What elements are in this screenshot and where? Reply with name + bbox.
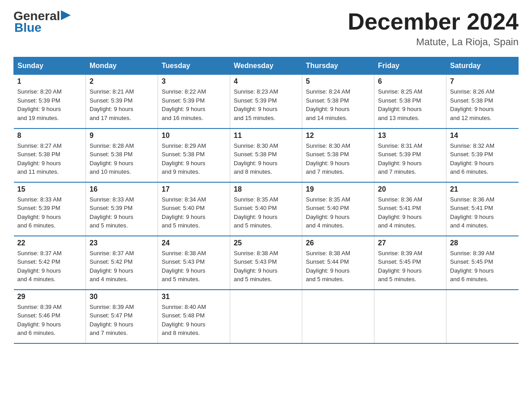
- calendar-cell: 1Sunrise: 8:20 AM Sunset: 5:39 PM Daylig…: [14, 75, 86, 128]
- logo-arrow-icon: [61, 10, 71, 20]
- calendar-cell: 29Sunrise: 8:39 AM Sunset: 5:46 PM Dayli…: [14, 290, 86, 343]
- calendar-cell: 9Sunrise: 8:28 AM Sunset: 5:38 PM Daylig…: [86, 128, 158, 182]
- day-number: 24: [162, 239, 226, 247]
- page-title: December 2024: [348, 9, 519, 34]
- calendar-cell: [230, 290, 302, 343]
- calendar-cell: 19Sunrise: 8:35 AM Sunset: 5:40 PM Dayli…: [302, 182, 374, 236]
- day-info: Sunrise: 8:37 AM Sunset: 5:42 PM Dayligh…: [90, 249, 154, 284]
- day-info: Sunrise: 8:27 AM Sunset: 5:38 PM Dayligh…: [17, 141, 82, 176]
- day-info: Sunrise: 8:29 AM Sunset: 5:38 PM Dayligh…: [162, 141, 226, 176]
- day-info: Sunrise: 8:38 AM Sunset: 5:43 PM Dayligh…: [162, 249, 226, 284]
- day-number: 19: [306, 185, 370, 193]
- day-info: Sunrise: 8:34 AM Sunset: 5:40 PM Dayligh…: [162, 195, 226, 230]
- day-info: Sunrise: 8:35 AM Sunset: 5:40 PM Dayligh…: [306, 195, 370, 230]
- day-info: Sunrise: 8:31 AM Sunset: 5:39 PM Dayligh…: [378, 141, 442, 176]
- day-number: 25: [234, 239, 298, 247]
- calendar-week-row: 8Sunrise: 8:27 AM Sunset: 5:38 PM Daylig…: [14, 128, 519, 182]
- day-info: Sunrise: 8:40 AM Sunset: 5:48 PM Dayligh…: [162, 303, 226, 338]
- day-number: 11: [234, 132, 298, 140]
- day-number: 7: [450, 77, 515, 86]
- day-number: 20: [378, 185, 442, 193]
- day-info: Sunrise: 8:33 AM Sunset: 5:39 PM Dayligh…: [17, 195, 82, 230]
- calendar-cell: 14Sunrise: 8:32 AM Sunset: 5:39 PM Dayli…: [446, 128, 519, 182]
- day-number: 27: [378, 239, 442, 247]
- day-info: Sunrise: 8:38 AM Sunset: 5:44 PM Dayligh…: [306, 249, 370, 284]
- calendar-header-monday: Monday: [86, 57, 158, 75]
- day-number: 9: [90, 132, 154, 140]
- day-number: 17: [162, 185, 226, 193]
- calendar-header-saturday: Saturday: [446, 57, 519, 75]
- day-info: Sunrise: 8:39 AM Sunset: 5:45 PM Dayligh…: [378, 249, 442, 284]
- day-number: 2: [90, 77, 154, 86]
- calendar-cell: 7Sunrise: 8:26 AM Sunset: 5:38 PM Daylig…: [446, 75, 519, 128]
- day-info: Sunrise: 8:36 AM Sunset: 5:41 PM Dayligh…: [450, 195, 515, 230]
- calendar-cell: 11Sunrise: 8:30 AM Sunset: 5:38 PM Dayli…: [230, 128, 302, 182]
- day-number: 26: [306, 239, 370, 247]
- calendar-cell: 12Sunrise: 8:30 AM Sunset: 5:38 PM Dayli…: [302, 128, 374, 182]
- calendar-cell: 27Sunrise: 8:39 AM Sunset: 5:45 PM Dayli…: [374, 236, 446, 290]
- day-number: 13: [378, 132, 442, 140]
- day-number: 6: [378, 77, 442, 86]
- calendar-cell: 15Sunrise: 8:33 AM Sunset: 5:39 PM Dayli…: [14, 182, 86, 236]
- day-number: 28: [450, 239, 515, 247]
- page-header: General Blue December 2024 Matute, La Ri…: [13, 9, 519, 48]
- calendar-cell: 18Sunrise: 8:35 AM Sunset: 5:40 PM Dayli…: [230, 182, 302, 236]
- day-info: Sunrise: 8:25 AM Sunset: 5:38 PM Dayligh…: [378, 87, 442, 122]
- calendar-header-tuesday: Tuesday: [158, 57, 230, 75]
- day-info: Sunrise: 8:30 AM Sunset: 5:38 PM Dayligh…: [234, 141, 298, 176]
- day-info: Sunrise: 8:39 AM Sunset: 5:46 PM Dayligh…: [17, 303, 82, 338]
- day-number: 30: [90, 293, 154, 301]
- calendar-cell: 25Sunrise: 8:38 AM Sunset: 5:43 PM Dayli…: [230, 236, 302, 290]
- calendar-header-row: SundayMondayTuesdayWednesdayThursdayFrid…: [14, 57, 519, 75]
- day-info: Sunrise: 8:28 AM Sunset: 5:38 PM Dayligh…: [90, 141, 154, 176]
- day-info: Sunrise: 8:30 AM Sunset: 5:38 PM Dayligh…: [306, 141, 370, 176]
- day-info: Sunrise: 8:32 AM Sunset: 5:39 PM Dayligh…: [450, 141, 515, 176]
- day-info: Sunrise: 8:20 AM Sunset: 5:39 PM Dayligh…: [17, 87, 82, 122]
- calendar-week-row: 1Sunrise: 8:20 AM Sunset: 5:39 PM Daylig…: [14, 75, 519, 128]
- day-info: Sunrise: 8:24 AM Sunset: 5:38 PM Dayligh…: [306, 87, 370, 122]
- calendar-week-row: 15Sunrise: 8:33 AM Sunset: 5:39 PM Dayli…: [14, 182, 519, 236]
- calendar-cell: 23Sunrise: 8:37 AM Sunset: 5:42 PM Dayli…: [86, 236, 158, 290]
- calendar-cell: 20Sunrise: 8:36 AM Sunset: 5:41 PM Dayli…: [374, 182, 446, 236]
- day-number: 16: [90, 185, 154, 193]
- calendar-cell: 8Sunrise: 8:27 AM Sunset: 5:38 PM Daylig…: [14, 128, 86, 182]
- logo-blue-text: Blue: [14, 21, 42, 34]
- calendar-cell: [374, 290, 446, 343]
- day-info: Sunrise: 8:39 AM Sunset: 5:45 PM Dayligh…: [450, 249, 515, 284]
- day-number: 22: [17, 239, 82, 247]
- day-info: Sunrise: 8:38 AM Sunset: 5:43 PM Dayligh…: [234, 249, 298, 284]
- location-label: Matute, La Rioja, Spain: [348, 36, 519, 48]
- day-info: Sunrise: 8:37 AM Sunset: 5:42 PM Dayligh…: [17, 249, 82, 284]
- day-number: 10: [162, 132, 226, 140]
- logo: General Blue: [13, 9, 71, 35]
- svg-marker-0: [61, 10, 71, 20]
- calendar-header-wednesday: Wednesday: [230, 57, 302, 75]
- day-number: 8: [17, 132, 82, 140]
- day-number: 31: [162, 293, 226, 301]
- calendar-week-row: 29Sunrise: 8:39 AM Sunset: 5:46 PM Dayli…: [14, 290, 519, 343]
- day-info: Sunrise: 8:36 AM Sunset: 5:41 PM Dayligh…: [378, 195, 442, 230]
- calendar-cell: [302, 290, 374, 343]
- calendar-week-row: 22Sunrise: 8:37 AM Sunset: 5:42 PM Dayli…: [14, 236, 519, 290]
- calendar-cell: 5Sunrise: 8:24 AM Sunset: 5:38 PM Daylig…: [302, 75, 374, 128]
- calendar-cell: 16Sunrise: 8:33 AM Sunset: 5:39 PM Dayli…: [86, 182, 158, 236]
- calendar-table: SundayMondayTuesdayWednesdayThursdayFrid…: [13, 57, 519, 344]
- calendar-cell: 31Sunrise: 8:40 AM Sunset: 5:48 PM Dayli…: [158, 290, 230, 343]
- calendar-header-thursday: Thursday: [302, 57, 374, 75]
- day-number: 23: [90, 239, 154, 247]
- day-number: 29: [17, 293, 82, 301]
- day-info: Sunrise: 8:35 AM Sunset: 5:40 PM Dayligh…: [234, 195, 298, 230]
- calendar-header-friday: Friday: [374, 57, 446, 75]
- calendar-cell: 24Sunrise: 8:38 AM Sunset: 5:43 PM Dayli…: [158, 236, 230, 290]
- day-info: Sunrise: 8:22 AM Sunset: 5:39 PM Dayligh…: [162, 87, 226, 122]
- calendar-cell: 3Sunrise: 8:22 AM Sunset: 5:39 PM Daylig…: [158, 75, 230, 128]
- calendar-cell: [446, 290, 519, 343]
- day-number: 1: [17, 77, 82, 86]
- day-number: 5: [306, 77, 370, 86]
- day-number: 15: [17, 185, 82, 193]
- calendar-cell: 22Sunrise: 8:37 AM Sunset: 5:42 PM Dayli…: [14, 236, 86, 290]
- day-number: 12: [306, 132, 370, 140]
- calendar-cell: 26Sunrise: 8:38 AM Sunset: 5:44 PM Dayli…: [302, 236, 374, 290]
- calendar-header-sunday: Sunday: [14, 57, 86, 75]
- day-info: Sunrise: 8:33 AM Sunset: 5:39 PM Dayligh…: [90, 195, 154, 230]
